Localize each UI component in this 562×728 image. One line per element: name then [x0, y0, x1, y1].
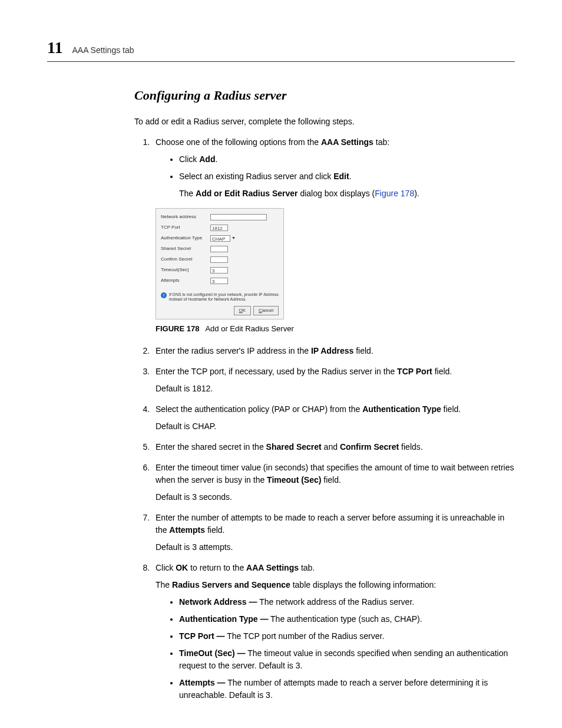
field-auth-type: Authentication Type — The authentication…	[179, 613, 515, 625]
select-auth-type[interactable]: CHAP▼	[210, 235, 236, 242]
label-confirm-secret: Confirm Secret	[161, 256, 207, 263]
figure-caption: FIGURE 178Add or Edit Radius Server	[156, 323, 515, 335]
step-3: Enter the TCP port, if necessary, used b…	[152, 365, 515, 395]
field-tcp-port: TCP Port — The TCP port number of the Ra…	[179, 630, 515, 643]
field-attempts: Attempts — The number of attempts made t…	[179, 677, 515, 701]
chevron-down-icon: ▼	[232, 235, 236, 242]
step-6: Enter the timeout timer value (in second…	[152, 462, 515, 503]
label-tcp-port: TCP Port	[161, 224, 207, 231]
ok-button[interactable]: OK	[234, 306, 252, 315]
step-2: Enter the radius server's IP address in …	[152, 345, 515, 357]
step-1: Choose one of the following options from…	[152, 136, 515, 334]
chapter-number: 11	[47, 35, 62, 60]
dialog-hint: i If DNS is not configured in your netwo…	[161, 292, 279, 302]
step-4: Select the authentication policy (PAP or…	[152, 403, 515, 433]
header-title: AAA Settings tab	[72, 44, 134, 57]
input-attempts[interactable]: 3	[210, 278, 228, 284]
page-header: 11 AAA Settings tab	[47, 35, 515, 62]
figure-ref-link[interactable]: Figure 178	[375, 189, 414, 198]
step-1-bullet-edit: Select an existing Radius server and cli…	[179, 170, 515, 200]
label-timeout: Timeout(Sec)	[161, 266, 207, 274]
label-auth-type: Authentication Type	[161, 235, 207, 242]
input-shared-secret[interactable]	[210, 246, 228, 252]
field-timeout: TimeOut (Sec) — The timeout value in sec…	[179, 647, 515, 672]
info-icon: i	[161, 292, 167, 298]
main-content: Configuring a Radius server To add or ed…	[134, 85, 515, 701]
section-heading: Configuring a Radius server	[134, 85, 515, 105]
label-network-address: Network address	[161, 213, 207, 220]
step-5: Enter the shared secret in the Shared Se…	[152, 441, 515, 453]
input-tcp-port[interactable]: 1812	[210, 225, 228, 231]
label-attempts: Attempts	[161, 277, 207, 284]
step-1-bullet-add: Click Add.	[179, 153, 515, 166]
steps-list: Choose one of the following options from…	[134, 136, 515, 701]
step-8: Click OK to return to the AAA Settings t…	[152, 562, 515, 701]
dialog-add-edit-radius: Network address TCP Port1812 Authenticat…	[156, 208, 284, 319]
input-timeout[interactable]: 3	[210, 267, 228, 274]
input-confirm-secret[interactable]	[210, 256, 228, 263]
label-shared-secret: Shared Secret	[161, 245, 207, 252]
field-network-address: Network Address — The network address of…	[179, 596, 515, 608]
cancel-button[interactable]: Cancel	[253, 306, 279, 315]
intro-paragraph: To add or edit a Radius server, complete…	[134, 116, 515, 128]
step-7: Enter the number of attempts to be made …	[152, 512, 515, 554]
input-network-address[interactable]	[210, 214, 267, 220]
step-8-fields-list: Network Address — The network address of…	[156, 596, 515, 701]
